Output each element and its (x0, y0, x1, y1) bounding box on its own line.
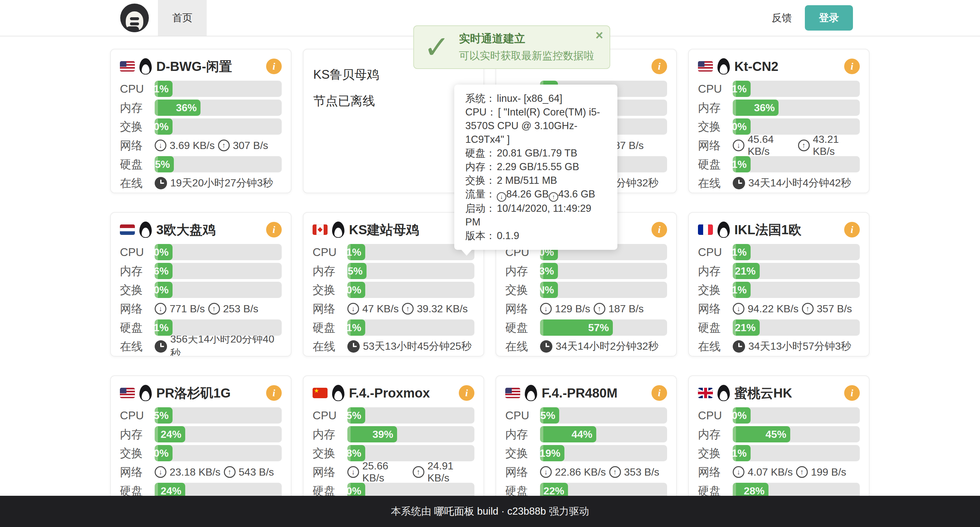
server-name: 3欧大盘鸡 (156, 221, 215, 239)
progress-bar-track: 15% (347, 263, 474, 279)
footer-link[interactable]: 哪吒面板 build · c23b88b (434, 505, 546, 518)
tooltip-label: 流量： (465, 188, 496, 200)
uptime-value: 34天13小时57分钟3秒 (733, 339, 851, 354)
progress-bar-fill: 1% (347, 319, 365, 336)
stat-row-memory: 内存21% (698, 263, 860, 279)
stat-label: 内存 (120, 264, 155, 279)
info-icon[interactable]: i (651, 385, 667, 401)
progress-bar-label: 44% (571, 428, 592, 441)
stat-row-network: 网络↓25.66 KB/s↑24.91 KB/s (313, 464, 474, 480)
progress-bar-fill: 1% (155, 319, 173, 336)
download-speed: 94.22 KB/s (748, 303, 799, 315)
network-speeds: ↓22.86 KB/s↑353 B/s (540, 466, 659, 478)
uptime-value: 356天14小时20分钟40秒 (155, 332, 282, 356)
upload-speed: 43.21 KB/s (813, 133, 860, 157)
info-icon[interactable]: i (844, 385, 860, 401)
tooltip-row: 启动：10/14/2020, 11:49:29 PM (465, 202, 606, 229)
network-speeds: ↓129 B/s↑187 B/s (540, 303, 644, 315)
progress-bar-label: 24% (161, 485, 181, 497)
server-name: F.4.-PR480M (542, 386, 617, 401)
progress-bar-fill: 24% (155, 426, 185, 442)
upload-arrow-icon: ↑ (402, 303, 414, 315)
server-card-header: KS建站母鸡i (313, 220, 474, 239)
progress-bar-track: 0% (155, 244, 282, 260)
info-icon[interactable]: i (651, 59, 667, 74)
tooltip-value: 2 MB/511 MB (497, 175, 557, 186)
progress-bar-label: 5% (154, 410, 169, 422)
download-speed: 4.07 KB/s (748, 466, 793, 478)
offline-status-text: 节点已离线 (313, 93, 474, 109)
clock-icon (733, 177, 745, 189)
progress-bar-track: 0% (733, 118, 860, 135)
stat-row-swap: 交换N% (505, 282, 667, 298)
server-info-tooltip: 系统：linux- [x86_64]CPU：[ "Intel(R) Core(T… (454, 85, 617, 250)
stat-label: 网络 (505, 465, 540, 480)
success-check-icon: ✓ (424, 32, 450, 63)
stat-row-network: 网络↓45.64 KB/s↑43.21 KB/s (698, 137, 860, 153)
stat-label: 内存 (120, 427, 155, 442)
stat-row-network: 网络↓771 B/s↑253 B/s (120, 300, 282, 317)
stat-label: 内存 (698, 264, 733, 279)
info-icon[interactable]: i (459, 385, 474, 401)
uptime-text: 19天20小时27分钟3秒 (170, 176, 273, 190)
stat-row-memory: 内存6% (120, 263, 282, 279)
progress-bar-label: 0% (154, 284, 169, 296)
stat-label: 在线 (313, 339, 347, 354)
progress-bar-track: 0% (347, 282, 474, 298)
close-icon[interactable]: × (596, 29, 603, 42)
tooltip-label: 系统： (465, 93, 496, 104)
info-icon[interactable]: i (266, 385, 282, 401)
login-button[interactable]: 登录 (805, 5, 853, 30)
stat-label: 交换 (698, 283, 733, 298)
nav-link-feedback[interactable]: 反馈 (772, 11, 792, 25)
progress-bar-fill: 19% (540, 445, 565, 461)
progress-bar-track: 1% (733, 445, 860, 461)
stat-row-online: 在线34天14小时2分钟32秒 (505, 338, 667, 355)
stat-row-memory: 内存36% (120, 99, 282, 116)
download-speed: 3.69 KB/s (170, 140, 215, 152)
download-arrow-icon: ↓ (540, 303, 552, 315)
progress-bar-label: 0% (732, 410, 747, 422)
upload-arrow-icon: ↑ (609, 466, 621, 478)
site-logo-avatar[interactable] (120, 3, 149, 32)
flag-nl-icon (120, 224, 135, 235)
stat-label: 内存 (313, 427, 347, 442)
progress-bar-label: 15% (535, 410, 555, 422)
progress-bar-track: 36% (155, 99, 282, 116)
tooltip-value: 0.1.9 (497, 230, 519, 241)
server-card-header: F.4.-Proxmoxi (313, 384, 474, 402)
progress-bar-track: 36% (733, 99, 860, 116)
stat-label: 在线 (698, 176, 733, 191)
progress-bar-track: 24% (155, 426, 282, 442)
info-icon[interactable]: i (266, 59, 282, 74)
progress-bar-label: 15% (342, 265, 363, 277)
upload-speed: 199 B/s (811, 466, 846, 478)
server-name: F.4.-Proxmox (349, 386, 430, 401)
progress-bar-label: 10% (340, 485, 361, 497)
network-speeds: ↓4.07 KB/s↑199 B/s (733, 466, 846, 478)
stat-label: 硬盘 (698, 320, 733, 335)
info-icon[interactable]: i (844, 222, 860, 238)
stat-label: 内存 (505, 427, 540, 442)
progress-bar-fill: 36% (733, 99, 778, 116)
info-icon[interactable]: i (844, 59, 860, 74)
upload-arrow-icon: ↑ (593, 303, 605, 315)
progress-bar-label: 1% (346, 246, 361, 258)
progress-bar-fill: 1% (347, 244, 365, 260)
info-icon[interactable]: i (651, 222, 667, 238)
stat-label: 网络 (120, 138, 155, 153)
progress-bar-label: 36% (176, 102, 197, 114)
tooltip-row: 内存：2.29 GB/15.55 GB (465, 160, 606, 174)
nav-tab-home[interactable]: 首页 (158, 0, 207, 36)
upload-arrow-icon: ↑ (224, 466, 235, 478)
stat-row-online: 在线53天13小时45分钟25秒 (313, 338, 474, 355)
stat-row-swap: 交换1% (698, 445, 860, 461)
stat-label: 交换 (505, 446, 540, 461)
info-icon[interactable]: i (266, 222, 282, 238)
server-card: IKL法国1欧iCPU1%内存21%交换1%网络↓94.22 KB/s↑357 … (688, 212, 870, 356)
stat-label: 网络 (505, 301, 540, 316)
linux-penguin-icon (718, 58, 730, 75)
tooltip-label: CPU： (465, 106, 496, 118)
upload-speed: 543 B/s (239, 466, 274, 478)
progress-bar-track: 0% (733, 407, 860, 423)
